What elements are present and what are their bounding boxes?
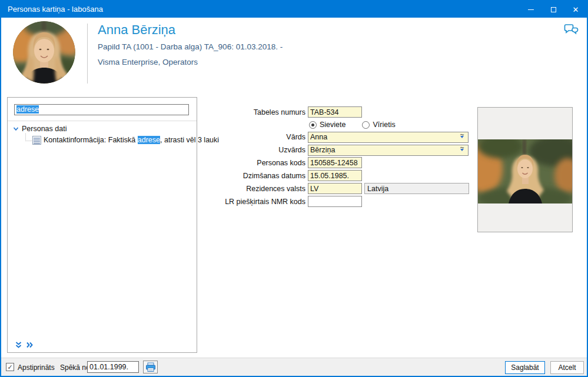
maximize-button[interactable] — [542, 1, 564, 18]
tree-expander-icon[interactable] — [12, 125, 19, 132]
uzvards-combo: ~ — [308, 144, 469, 156]
approved-label: Apstiprināts — [18, 363, 55, 372]
minimize-button[interactable] — [520, 1, 542, 18]
tabeles-numurs-label: Tabeles numurs — [187, 108, 305, 116]
close-button[interactable]: ✕ — [564, 1, 587, 18]
avatar — [13, 21, 75, 84]
personas-kods-label: Personas kods — [187, 159, 305, 167]
person-card-window: Personas kartiņa - labošana ✕ — [0, 0, 588, 377]
double-chevron-right-icon[interactable] — [26, 341, 34, 349]
gender-male-radio[interactable] — [362, 121, 370, 129]
close-icon: ✕ — [573, 6, 579, 14]
gender-male-label: Vīrietis — [373, 121, 395, 129]
rezidences-valsts-code-input[interactable] — [308, 183, 362, 194]
printer-icon — [145, 362, 156, 372]
double-chevron-down-icon[interactable] — [15, 341, 22, 349]
vards-label: Vārds — [187, 133, 305, 141]
minimize-icon — [528, 9, 534, 10]
tabeles-numurs-input[interactable] — [308, 106, 362, 118]
header-separator — [87, 24, 88, 84]
print-button[interactable] — [143, 361, 158, 373]
chat-bubbles-icon[interactable] — [564, 24, 579, 36]
cancel-button[interactable]: Atcelt — [550, 361, 584, 374]
tree-node-kontaktinformacija[interactable]: Kontaktinformācija: Faktiskā adrese, atr… — [25, 134, 195, 145]
panel-bottom-toolbar — [15, 341, 34, 349]
search-selected-text: adrese — [16, 105, 39, 114]
uzvards-input[interactable] — [308, 145, 469, 156]
cancel-button-label: Atcelt — [558, 363, 576, 372]
tree-connector — [25, 134, 32, 141]
dzimsanas-datums-label: Dzimšanas datums — [187, 172, 305, 180]
uzvards-dropdown-icon[interactable]: ~ — [458, 145, 466, 162]
header: Anna Bērziņa Papild TA (1001 - Darba alg… — [1, 18, 587, 92]
uzvards-label: Uzvārds — [187, 146, 305, 154]
save-button-label: Saglabāt — [511, 363, 539, 372]
check-icon: ✓ — [7, 363, 12, 371]
tree-root-label: Personas dati — [22, 125, 67, 133]
person-name: Anna Bērziņa — [98, 22, 175, 38]
footer-bar: ✓ Apstiprināts Spēkā no: Saglabāt Atcelt — [1, 358, 587, 376]
rezidences-valsts-label: Rezidences valsts — [187, 185, 305, 193]
panel-separator — [8, 121, 197, 121]
grid-icon — [32, 136, 41, 145]
save-button[interactable]: Saglabāt — [505, 361, 545, 374]
vards-input[interactable] — [308, 132, 469, 143]
person-photo — [478, 139, 572, 203]
titlebar: Personas kartiņa - labošana ✕ — [1, 1, 587, 18]
gender-female-radio[interactable] — [309, 121, 317, 129]
approved-checkbox[interactable]: ✓ — [6, 363, 14, 371]
tree-node-personas-dati[interactable]: Personas dati — [12, 125, 195, 133]
search-panel: adrese Personas dati Kontaktinformācija:… — [7, 97, 197, 353]
person-company-role: Visma Enterprise, Operators — [98, 58, 198, 66]
nmr-kods-label: LR piešķirtais NMR kods — [187, 198, 305, 206]
nmr-kods-input[interactable] — [308, 196, 362, 207]
maximize-icon — [551, 7, 556, 12]
vards-combo: ~ — [308, 131, 469, 143]
person-assignment: Papild TA (1001 - Darba alga) TA_906: 01… — [98, 42, 283, 51]
valid-from-input[interactable] — [87, 361, 139, 373]
dzimsanas-datums-input[interactable] — [308, 170, 362, 181]
window-controls: ✕ — [520, 1, 587, 18]
gender-radio-group: Sieviete Vīrietis — [309, 121, 412, 129]
results-tree: Personas dati Kontaktinformācija: Faktis… — [12, 125, 195, 145]
search-input[interactable]: adrese — [14, 104, 189, 115]
window-title: Personas kartiņa - labošana — [8, 1, 103, 18]
personas-kods-input[interactable] — [308, 157, 362, 168]
avatar-portrait — [13, 21, 75, 84]
photo-box — [477, 107, 573, 232]
gender-female-label: Sieviete — [320, 121, 346, 129]
tree-item-highlight: adrese — [138, 136, 160, 144]
rezidences-valsts-name-field: Latvija — [364, 183, 469, 194]
